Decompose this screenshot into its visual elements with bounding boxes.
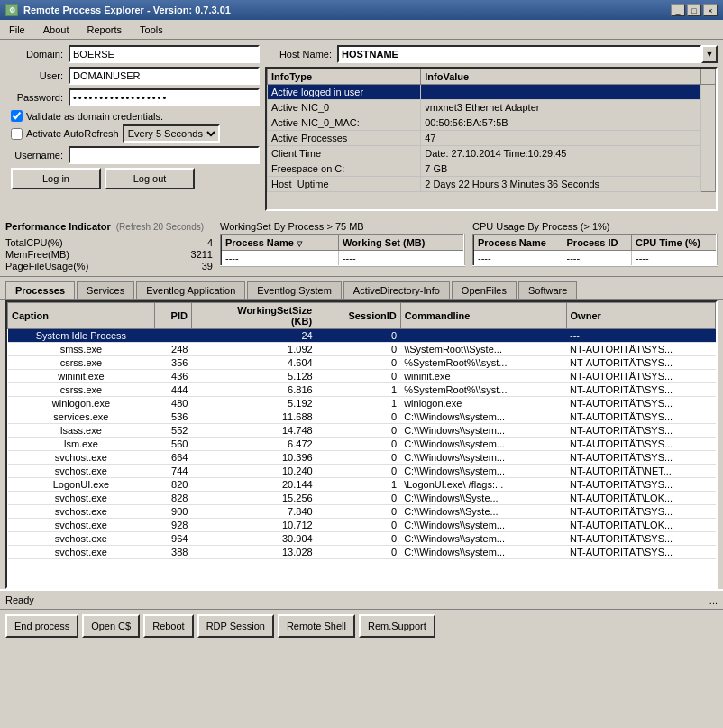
- proc-wss: 10.396: [191, 451, 316, 465]
- autorefresh-select[interactable]: Every 5 Seconds: [123, 124, 220, 143]
- proc-col-cmd[interactable]: Commandline: [400, 303, 566, 329]
- table-row[interactable]: wininit.exe 436 5.128 0 wininit.exe NT-A…: [8, 370, 716, 383]
- host-input[interactable]: [337, 45, 701, 63]
- info-value-cell: 47: [421, 131, 701, 146]
- tab-activedirectory-info[interactable]: ActiveDirectory-Info: [343, 281, 450, 299]
- info-type-cell: Host_Uptime: [268, 177, 421, 192]
- tab-software[interactable]: Software: [518, 281, 577, 299]
- table-row[interactable]: lsm.exe 560 6.472 0 C:\\Windows\\system.…: [8, 438, 716, 451]
- autorefresh-label: Activate AutoRefresh: [26, 128, 119, 139]
- proc-owner: NT-AUTORITÄT\SYS...: [566, 505, 715, 519]
- ws-row-val: ----: [338, 251, 464, 267]
- table-row[interactable]: svchost.exe 388 13.028 0 C:\\Windows\\sy…: [8, 546, 716, 559]
- proc-wss: 10.240: [191, 465, 316, 478]
- table-row[interactable]: svchost.exe 900 7.840 0 C:\\Windows\\Sys…: [8, 505, 716, 519]
- proc-col-wss[interactable]: WorkingSetSize(KB): [191, 303, 316, 329]
- proc-cmd: winlogon.exe: [400, 397, 566, 410]
- bottom-btn-reboot[interactable]: Reboot: [143, 614, 193, 638]
- table-row[interactable]: csrss.exe 356 4.604 0 %SystemRoot%\\syst…: [8, 356, 716, 370]
- tab-processes[interactable]: Processes: [5, 281, 75, 299]
- table-row[interactable]: services.exe 536 11.688 0 C:\\Windows\\s…: [8, 410, 716, 424]
- table-row[interactable]: LogonUI.exe 820 20.144 1 \LogonUI.exe\ /…: [8, 478, 716, 492]
- info-table-row[interactable]: Active Processes47: [268, 131, 716, 146]
- info-table-row[interactable]: Host_Uptime2 Days 22 Hours 3 Minutes 36 …: [268, 177, 716, 192]
- tab-eventlog-application[interactable]: Eventlog Application: [136, 281, 245, 299]
- table-row[interactable]: svchost.exe 744 10.240 0 C:\\Windows\\sy…: [8, 465, 716, 478]
- proc-pid: 356: [154, 356, 191, 370]
- validate-checkbox[interactable]: [11, 110, 23, 122]
- bottom-btn-remote-shell[interactable]: Remote Shell: [278, 614, 355, 638]
- perf-right: CPU Usage By Process (> 1%) Process Name…: [472, 221, 718, 272]
- proc-caption: svchost.exe: [8, 451, 155, 465]
- table-row[interactable]: svchost.exe 828 15.256 0 C:\\Windows\\Sy…: [8, 492, 716, 505]
- info-table-row[interactable]: Client TimeDate: 27.10.2014 Time:10:29:4…: [268, 146, 716, 161]
- process-table-container[interactable]: Caption PID WorkingSetSize(KB) SessionID…: [5, 300, 718, 589]
- tab-openfiles[interactable]: OpenFiles: [452, 281, 517, 299]
- cpu-usage-title: CPU Usage By Process (> 1%): [472, 221, 718, 232]
- domain-row: Domain:: [5, 45, 260, 63]
- info-value-cell: vmxnet3 Ethernet Adapter: [421, 100, 701, 115]
- close-button[interactable]: ×: [703, 4, 718, 16]
- info-table-row[interactable]: Freespace on C:7 GB: [268, 161, 716, 177]
- password-input[interactable]: [69, 88, 260, 106]
- proc-pid: 560: [154, 438, 191, 451]
- bottom-btn-rem.support[interactable]: Rem.Support: [359, 614, 435, 638]
- proc-session: 0: [316, 532, 401, 546]
- bottom-btn-open-c$[interactable]: Open C$: [82, 614, 140, 638]
- table-row[interactable]: svchost.exe 928 10.712 0 C:\\Windows\\sy…: [8, 519, 716, 532]
- password-label: Password:: [5, 92, 69, 103]
- proc-session: 0: [316, 505, 401, 519]
- info-value-cell: 00:50:56:BA:57:5B: [421, 115, 701, 131]
- proc-col-session[interactable]: SessionID: [316, 303, 401, 329]
- maximize-button[interactable]: □: [687, 4, 701, 16]
- login-button[interactable]: Log in: [11, 168, 101, 189]
- logout-button[interactable]: Log out: [105, 168, 195, 189]
- info-table-row[interactable]: Active NIC_0_MAC:00:50:56:BA:57:5B: [268, 115, 716, 131]
- proc-caption: wininit.exe: [8, 370, 155, 383]
- proc-col-caption[interactable]: Caption: [8, 303, 155, 329]
- menu-tools[interactable]: Tools: [134, 23, 169, 37]
- proc-session: 0: [316, 356, 401, 370]
- proc-wss: 14.748: [191, 424, 316, 438]
- proc-pid: 480: [154, 397, 191, 410]
- table-row[interactable]: winlogon.exe 480 5.192 1 winlogon.exe NT…: [8, 397, 716, 410]
- autorefresh-checkbox[interactable]: [11, 128, 23, 140]
- table-row[interactable]: svchost.exe 964 30.904 0 C:\\Windows\\sy…: [8, 532, 716, 546]
- proc-caption: smss.exe: [8, 343, 155, 356]
- minimize-button[interactable]: _: [671, 4, 685, 16]
- menu-about[interactable]: About: [38, 23, 75, 37]
- info-table-row[interactable]: Active logged in user: [268, 85, 716, 100]
- info-table-row[interactable]: Active NIC_0vmxnet3 Ethernet Adapter: [268, 100, 716, 115]
- menu-reports[interactable]: Reports: [81, 23, 127, 37]
- title-text: Remote Process Explorer - Version: 0.7.3…: [23, 5, 231, 15]
- proc-wss: 5.128: [191, 370, 316, 383]
- username-input[interactable]: [69, 146, 260, 164]
- host-dropdown-button[interactable]: ▼: [701, 45, 718, 63]
- tab-services[interactable]: Services: [77, 281, 134, 299]
- window-controls[interactable]: _ □ ×: [671, 4, 718, 16]
- menu-file[interactable]: File: [4, 23, 31, 37]
- table-row[interactable]: lsass.exe 552 14.748 0 C:\\Windows\\syst…: [8, 424, 716, 438]
- table-row[interactable]: smss.exe 248 1.092 0 \\SystemRoot\\Syste…: [8, 343, 716, 356]
- tab-eventlog-system[interactable]: Eventlog System: [247, 281, 342, 299]
- proc-session: 1: [316, 478, 401, 492]
- table-row[interactable]: svchost.exe 664 10.396 0 C:\\Windows\\sy…: [8, 451, 716, 465]
- table-row[interactable]: System Idle Process 24 0 ---: [8, 329, 716, 343]
- proc-caption: svchost.exe: [8, 532, 155, 546]
- host-input-container: ▼: [337, 45, 718, 63]
- proc-col-pid[interactable]: PID: [154, 303, 191, 329]
- tab-bar: ProcessesServicesEventlog ApplicationEve…: [0, 277, 723, 299]
- domain-input[interactable]: [69, 45, 260, 63]
- user-input[interactable]: [69, 67, 260, 85]
- process-table: Caption PID WorkingSetSize(KB) SessionID…: [7, 302, 716, 559]
- cpu-col-pid: Process ID: [563, 235, 631, 251]
- proc-pid: 664: [154, 451, 191, 465]
- proc-wss: 20.144: [191, 478, 316, 492]
- domain-label: Domain:: [5, 49, 69, 60]
- bottom-btn-rdp-session[interactable]: RDP Session: [197, 614, 274, 638]
- bottom-btn-end-process[interactable]: End process: [5, 614, 78, 638]
- proc-session: 0: [316, 519, 401, 532]
- proc-col-owner[interactable]: Owner: [566, 303, 715, 329]
- proc-caption: svchost.exe: [8, 492, 155, 505]
- table-row[interactable]: csrss.exe 444 6.816 1 %SystemRoot%\\syst…: [8, 383, 716, 397]
